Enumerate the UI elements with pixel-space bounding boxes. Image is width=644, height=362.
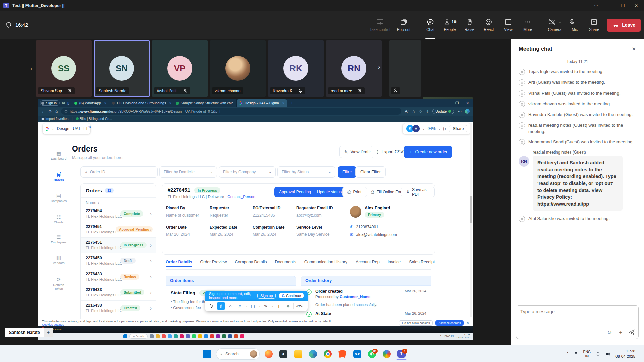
start-button[interactable]: [201, 348, 213, 360]
approval-pending-button[interactable]: Approval Pending: [274, 187, 316, 197]
brave-icon[interactable]: [337, 348, 348, 360]
tab-order-preview[interactable]: Order Preview: [200, 260, 227, 267]
show-desktop-button[interactable]: [640, 347, 641, 361]
sidebar-item-clients[interactable]: ☷Clients: [49, 214, 68, 224]
react-button[interactable]: React: [482, 11, 495, 39]
tiles-prev-icon[interactable]: ‹: [29, 40, 34, 97]
order-row-selected[interactable]: 2276451TL Flex Holdings LLCIn Progress›: [81, 237, 156, 253]
filter-company-select[interactable]: Filter by Company⌄: [219, 166, 276, 178]
order-row[interactable]: 2216433TL Flex Holdings LLCCreated›: [81, 300, 156, 316]
mic-chevron-icon[interactable]: ⌄: [578, 20, 581, 24]
browser-close-icon[interactable]: ✕: [466, 101, 469, 105]
google-app-icon[interactable]: [381, 348, 392, 360]
lasso-tool-icon[interactable]: ○: [226, 302, 234, 310]
close-button[interactable]: ✕: [635, 3, 638, 8]
video-tile[interactable]: RK Ravindra K...: [268, 40, 324, 97]
tab-communication-history[interactable]: Communication History: [304, 260, 347, 267]
move-tool-icon[interactable]: [208, 302, 216, 310]
people-button[interactable]: 10 People: [443, 11, 456, 39]
tab-order-details[interactable]: Order Details: [166, 260, 192, 267]
camera-chevron-icon[interactable]: ⌄: [559, 20, 561, 24]
chat-message[interactable]: RN Redberyl and Santosh added read.ai me…: [519, 156, 636, 211]
browser-tab[interactable]: (6) WhatsApp×: [72, 99, 109, 107]
send-icon[interactable]: [629, 329, 635, 336]
tray-expand-icon[interactable]: ⌃: [566, 352, 569, 356]
present-icon[interactable]: ▷: [443, 126, 446, 131]
order-row[interactable]: 2279454TL Flex Holdings LLCComplete›: [81, 206, 156, 222]
filter-status-select[interactable]: Filter by Status⌄: [277, 166, 335, 178]
text-tool-icon[interactable]: T: [275, 302, 283, 310]
collaborator-avatar[interactable]: A: [412, 125, 420, 132]
reload-icon[interactable]: ⟳: [49, 109, 52, 114]
collaborators-chevron-icon[interactable]: ⌄: [422, 127, 425, 130]
browser-essentials-icon[interactable]: ♡: [419, 109, 422, 114]
browser-menu-icon[interactable]: ⋯: [458, 109, 462, 114]
back-icon[interactable]: ←: [41, 109, 45, 114]
chat-close-icon[interactable]: ✕: [632, 46, 636, 52]
sidebar-item-refresh-token[interactable]: ⟳Refresh Token: [49, 277, 68, 290]
shape-tool-icon[interactable]: ▢: [249, 302, 257, 310]
filter-domicile-select[interactable]: Filter by Domicile⌄: [159, 166, 217, 178]
clear-filter-button[interactable]: Clear Filter: [355, 166, 386, 178]
order-id-search-input[interactable]: ⌕Order ID: [80, 166, 158, 178]
sidebar-item-companies[interactable]: ▤Companies: [49, 193, 68, 203]
google-continue-button[interactable]: GContinue: [279, 293, 304, 298]
chrome-icon[interactable]: [322, 348, 333, 360]
cookie-settings-link[interactable]: Cookies settings: [42, 323, 64, 326]
favorite-star-icon[interactable]: ☆: [412, 109, 416, 114]
home-icon[interactable]: ⌂: [55, 109, 58, 114]
chat-input-box[interactable]: ☺ ＋: [516, 305, 639, 339]
contact-person-link[interactable]: Contact_Person.: [227, 195, 256, 199]
camera-button[interactable]: ⌄ Camera: [548, 11, 561, 39]
tab-sales-receipt[interactable]: Sales Receipt: [409, 260, 435, 267]
contact-phone[interactable]: 2123874901: [356, 225, 378, 229]
chat-message-list[interactable]: Today 11:21 Tejas Ingle was invited to t…: [511, 55, 644, 302]
app-icon-dark[interactable]: ●: [278, 348, 289, 360]
zoom-chevron-icon[interactable]: ⌄: [438, 127, 441, 130]
volume-icon[interactable]: [605, 352, 611, 356]
order-row[interactable]: 2276433TL Flex Holdings LLCSubmitted›: [81, 285, 156, 300]
attach-plus-icon[interactable]: ＋: [618, 329, 623, 336]
view-button[interactable]: View: [502, 11, 515, 39]
new-tab-icon[interactable]: +: [291, 101, 293, 106]
order-row[interactable]: 2279451TL Flex Holdings LLCApproval Pend…: [81, 222, 156, 237]
tab-account-rep[interactable]: Account Rep: [356, 260, 380, 267]
cookie-close-icon[interactable]: ✕: [466, 321, 469, 325]
figma-share-button[interactable]: Share: [449, 125, 467, 132]
emoji-icon[interactable]: ☺: [607, 329, 612, 336]
sidebar-item-orders[interactable]: 🛒︎Orders: [49, 172, 68, 182]
figma-scrollbar[interactable]: [470, 123, 472, 317]
taskbar-search[interactable]: ⌕ Search: [216, 348, 260, 360]
minimize-button[interactable]: ─: [608, 3, 611, 8]
workspaces-icon[interactable]: ⊞: [62, 101, 65, 105]
tiles-next-icon[interactable]: ›: [378, 63, 380, 71]
video-tile[interactable]: SS Shivani Sup...: [36, 40, 92, 97]
export-csv-button[interactable]: ⇩Export CSV: [371, 146, 409, 158]
file-explorer-icon[interactable]: [292, 348, 304, 360]
order-row[interactable]: 2276450TL Flex Holdings LLCDraft›: [81, 253, 156, 269]
import-favorites-link[interactable]: ▣ Import favorites: [41, 117, 68, 121]
sidebar-item-vendors[interactable]: ▥Vendors: [49, 255, 68, 265]
taskbar-clock[interactable]: 11:3808-04-2025: [615, 349, 635, 359]
pages-panel-icon[interactable]: ❏: [84, 126, 87, 131]
browser-signin-button[interactable]: Sign in: [40, 100, 60, 106]
language-indicator[interactable]: ENGIN: [583, 350, 591, 358]
vscode-icon[interactable]: <>: [352, 348, 363, 360]
dev-mode-icon[interactable]: </>: [295, 302, 303, 310]
address-bar[interactable]: https://www.figma.com/design/9BKQ0FOHRWa…: [61, 108, 401, 115]
tray-mic-icon[interactable]: [574, 351, 578, 357]
video-tile[interactable]: VP Vishal Patil ...: [152, 40, 208, 97]
component-tool-icon[interactable]: ❖: [284, 302, 292, 310]
hand-tool-icon[interactable]: [217, 302, 225, 310]
tab-close-icon[interactable]: ×: [104, 101, 106, 105]
collections-icon[interactable]: ⇩: [426, 109, 429, 114]
order-row[interactable]: 2276433TL Flex Holdings LLCReview›: [81, 269, 156, 285]
allow-cookies-button[interactable]: Allow all cookies: [435, 320, 464, 326]
tab-invoice[interactable]: Invoice: [388, 260, 401, 267]
wifi-icon[interactable]: [595, 352, 601, 356]
browser-minimize-icon[interactable]: ─: [445, 101, 448, 105]
deny-cookies-button[interactable]: Do not allow cookies: [399, 320, 433, 326]
chat-input[interactable]: [516, 306, 638, 326]
update-status-button[interactable]: Update status: [312, 187, 346, 197]
titlebar-more-icon[interactable]: ⋯: [594, 3, 598, 8]
